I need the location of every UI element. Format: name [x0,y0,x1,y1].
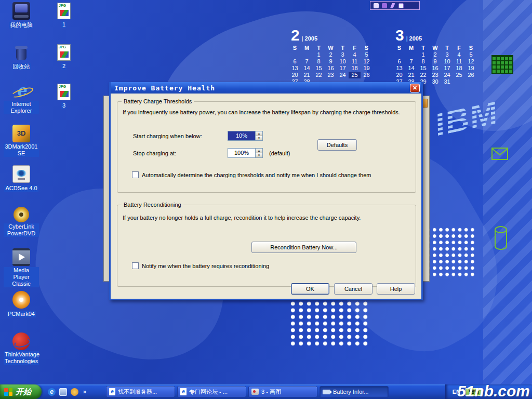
show-desktop-launch-icon[interactable] [59,388,67,396]
calendar-day: 4 [349,51,361,58]
jpg-file-2-icon: JPG [57,44,71,61]
defaults-button[interactable]: Defaults [317,139,357,151]
calendar-day-header: W [325,45,337,51]
taskbar-task[interactable]: Battery Infor... [320,386,389,397]
calendar-day-header: S [465,45,477,51]
jpg-tag: JPG [59,4,66,8]
calendar-day [465,78,477,85]
desktop-icon-jpg-file-1[interactable]: JPG1 [46,2,82,29]
desktop-icon-label: Media Player Classic [4,267,39,287]
calendar-day: 2 [325,51,337,58]
task-label: Battery Infor... [333,389,368,395]
desktop-icon-internet-explorer[interactable]: Internet Explorer [3,82,39,115]
calendar-month: 2 [291,26,300,44]
calendar-day: 23 [429,72,441,78]
dialog-titlebar[interactable]: Improve Battery Health [111,82,421,94]
group-description: If you infrequently use battery power, y… [123,109,411,115]
notes-icon[interactable] [398,3,404,8]
stop-charging-label: Stop charging at: [133,150,176,156]
pen-icon[interactable] [374,3,379,8]
calendar-day: 25 [349,72,361,78]
recondition-battery-button[interactable]: Recondition Battery Now... [251,242,356,253]
spinner-arrows [255,149,262,157]
calendar-day: 8 [313,58,325,65]
spin-down-icon[interactable] [256,153,262,157]
calendar-day [289,51,301,58]
calendar-day: 1 [313,51,325,58]
desktop-icon-media-player-classic[interactable]: Media Player Classic [3,248,39,288]
calendar-day: 9 [429,58,441,65]
default-note: (default) [269,150,290,156]
cyberlink-powerdvd-icon [14,207,29,222]
calendar-day: 11 [453,58,465,65]
start-button[interactable]: 开始 [0,384,42,399]
internet-explorer-launch-icon[interactable]: e [48,388,56,396]
calendar-day [301,51,313,58]
desktop-icon-jpg-file-2[interactable]: JPG2 [46,44,82,70]
calendar-day: 4 [453,51,465,58]
task-label: 找不到服务器... [118,388,157,396]
start-charging-label: Start charging when below: [133,133,202,139]
taskbar: 开始 e» 找不到服务器...专门网论坛 - ...3 - 画图Battery … [0,384,532,399]
calendar-day-header: M [301,45,313,51]
desktop-icon-thinkvantage-technologies[interactable]: ThinkVantage Technologies [3,332,39,365]
calendar-day: 30 [429,78,441,85]
calendar-grid: SMTWTFS123456789101112131415161718192021… [289,45,378,85]
lightning-icon[interactable] [390,3,395,8]
dots-pattern [289,300,370,347]
calendar-day: 12 [361,58,373,65]
calendar-day: 20 [289,72,301,78]
calendar-day: 26 [361,72,373,78]
cancel-button[interactable]: Cancel [334,283,373,295]
watermark: 51nb.com [457,382,530,399]
dots-pattern [425,227,476,278]
quick-launch-overflow-icon[interactable]: » [82,388,87,396]
calendar-day-header: T [313,45,325,51]
calendar-day: 17 [441,65,453,72]
calendar-day: 5 [465,51,477,58]
close-icon[interactable] [410,84,420,92]
jpg-tag: JPG [59,85,66,89]
calendar-year: 2005 [300,35,317,42]
jpg-tag: JPG [59,45,66,49]
notify-reconditioning-checkbox[interactable]: Notify me when the battery requires reco… [132,262,269,269]
top-tray-toolbar[interactable] [370,1,420,10]
dialog-body: Battery Charge Thresholds If you infrequ… [111,94,421,297]
3dmark2001-se-icon [12,125,30,142]
improve-battery-health-dialog: Improve Battery Health Battery Charge Th… [109,82,423,300]
desktop-icon-my-computer[interactable]: 我的电脑 [3,2,39,29]
desktop-icon-cyberlink-powerdvd[interactable]: CyberLink PowerDVD [3,206,39,237]
start-charging-spinner[interactable]: 10% [228,131,263,141]
calendar-day: 10 [337,58,349,65]
calendar-grid: SMTWTFS123456789101112131415161718192021… [393,45,483,85]
calendar-day: 18 [349,65,361,72]
ok-button[interactable]: OK [291,283,329,295]
spin-up-icon[interactable] [256,131,262,136]
start-charging-value[interactable]: 10% [228,131,255,140]
desktop-icon-recycle-bin[interactable]: 回收站 [3,44,39,71]
speaker-icon[interactable] [382,3,387,8]
charge-thresholds-group: Battery Charge Thresholds If you infrequ… [117,101,416,193]
desktop-icon-jpg-file-3[interactable]: JPG3 [46,83,82,110]
calendar-day: 6 [393,58,405,65]
desktop-icon-pcmark04[interactable]: PCMark04 [3,291,39,318]
calendar-day: 11 [349,58,361,65]
calendar-day: 5 [361,51,373,58]
spin-down-icon[interactable] [256,136,262,140]
desktop-icon-label: 1 [61,21,66,28]
spin-up-icon[interactable] [256,149,262,153]
stop-charging-value[interactable]: 100% [228,149,255,157]
auto-determine-checkbox[interactable]: Automatically determine the charging thr… [132,171,371,178]
help-button[interactable]: Help [377,283,415,295]
desktop-icon-3dmark2001-se[interactable]: 3DMark2001 SE [3,125,39,157]
taskbar-task[interactable]: 专门网论坛 - ... [177,386,246,397]
calendar-day-header: F [349,45,361,51]
calendar-day: 25 [453,72,465,78]
taskbar-task[interactable]: 3 - 画图 [248,386,317,397]
stop-charging-spinner[interactable]: 100% [228,148,263,158]
jpg-file-3-icon: JPG [57,84,71,100]
taskbar-task[interactable]: 找不到服务器... [106,386,175,397]
media-player-launch-icon[interactable] [71,388,78,396]
calendar-day: 21 [301,72,313,78]
desktop-icon-acdsee[interactable]: ACDSee 4.0 [3,165,39,192]
